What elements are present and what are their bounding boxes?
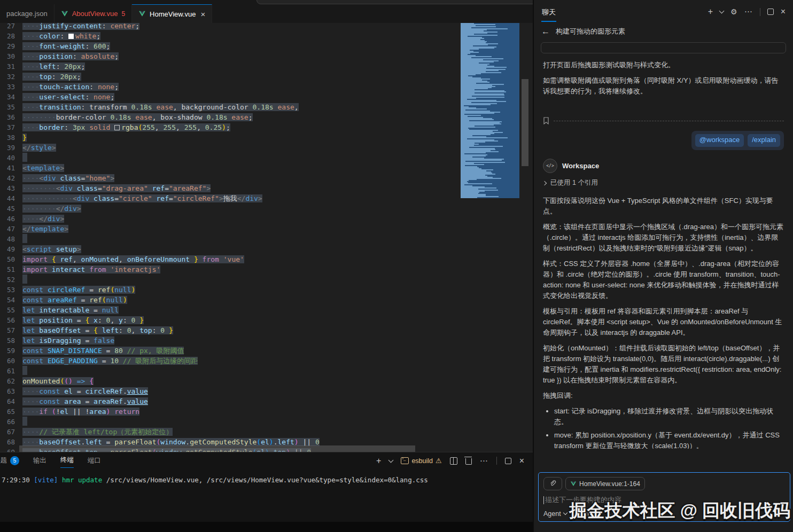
new-chat-chevron-icon[interactable]: [719, 9, 725, 14]
attached-file-chip[interactable]: HomeView.vue:1-164: [565, 477, 645, 490]
color-swatch[interactable]: [68, 34, 74, 39]
terminal-profile-chevron-icon[interactable]: [388, 457, 394, 463]
code-line[interactable]: 60const EDGE_PADDING = 10 // 吸附后与边缘的间距: [0, 356, 320, 366]
code-line[interactable]: 33····touch-action: none;: [0, 82, 320, 92]
code-line[interactable]: 50import { ref, onMounted, onBeforeUnmou…: [0, 254, 320, 264]
code-line[interactable]: 67····// 记录基准 left/top（元素初始定位）: [0, 427, 320, 437]
panel-tab-端口[interactable]: 端口: [88, 456, 101, 468]
code-line[interactable]: 48: [0, 234, 320, 244]
tab-HomeView.vue[interactable]: HomeView.vue×: [132, 4, 212, 23]
bookmark-icon[interactable]: [543, 117, 549, 124]
chat-paragraph: 初始化（onMounted）：组件挂载后读取圆初始的 left/top（base…: [543, 343, 784, 386]
code-line[interactable]: 61: [0, 366, 320, 376]
chat-command-chip[interactable]: @workspace: [695, 134, 744, 147]
code-line[interactable]: 64····const area = areaRef.value: [0, 396, 320, 406]
code-line[interactable]: 51import interact from 'interactjs': [0, 264, 320, 275]
expand-chat-icon[interactable]: [767, 9, 774, 15]
code-line[interactable]: 42····<div class="home">: [0, 173, 320, 183]
close-panel-icon[interactable]: ×: [519, 458, 524, 464]
attach-context-button[interactable]: [543, 477, 562, 490]
chat-settings-gear-icon[interactable]: ⚙: [730, 7, 737, 16]
maximize-panel-icon[interactable]: [505, 458, 511, 464]
chat-bullet: start: 记录 isDragging，移除过渡并修改背景、边框与阴影以突出拖…: [554, 406, 784, 427]
horizontal-scrollbar[interactable]: [19, 445, 415, 452]
color-swatch[interactable]: [114, 125, 120, 130]
chat-command-chip[interactable]: /explain: [748, 134, 780, 147]
panel-tab-输出[interactable]: 输出: [33, 456, 46, 468]
panel-tab-终端[interactable]: 终端: [60, 456, 74, 468]
code-line[interactable]: 38}: [0, 132, 320, 143]
terminal-output-line: 7:29:30 [vite] hmr update /src/views/Hom…: [2, 476, 428, 484]
chevron-down-icon: [563, 511, 567, 515]
code-line[interactable]: 63····const el = circleRef.value: [0, 386, 320, 396]
vue-icon: [61, 10, 68, 18]
code-line[interactable]: 55let interactable = null: [0, 305, 320, 315]
chat-paragraph: 打开页面后拖拽圆形测试吸附与样式变化。: [543, 60, 784, 71]
references-label: 已使用 1 个引用: [550, 177, 598, 188]
code-line[interactable]: 46····</div>: [0, 214, 320, 224]
code-line[interactable]: 56let position = { x: 0, y: 0 }: [0, 315, 320, 325]
panel-more-actions-icon[interactable]: ⋯: [480, 458, 488, 464]
close-chat-icon[interactable]: ×: [781, 9, 786, 15]
code-line[interactable]: 58let isDragging = false: [0, 335, 320, 346]
toolbar-divider: [496, 457, 497, 465]
tab-chat[interactable]: 聊天: [541, 2, 556, 22]
code-line[interactable]: 54const areaRef = ref(null): [0, 295, 320, 305]
code-line[interactable]: 39</style>: [0, 143, 320, 153]
code-line[interactable]: 35····transition: transform 0.18s ease, …: [0, 102, 320, 112]
tab-AboutView.vue[interactable]: AboutView.vue5: [55, 4, 132, 23]
split-terminal-icon[interactable]: [450, 457, 457, 465]
kill-terminal-icon[interactable]: [465, 458, 472, 465]
new-chat-icon[interactable]: +: [708, 9, 713, 15]
watermark-text: 掘金技术社区 @ 回收旧伐码: [569, 499, 790, 523]
bottom-panel: 问题5输出终端端口 + esbuild ⚠ ⋯ × 7:29:30 [vite]…: [0, 452, 533, 532]
references-toggle[interactable]: 已使用 1 个引用: [543, 177, 784, 188]
agent-mode-picker[interactable]: Agent: [543, 510, 567, 518]
code-line[interactable]: 32····top: 20px;: [0, 72, 320, 82]
text-cursor: [543, 496, 544, 504]
code-area[interactable]: 27····justify-content: center;28····colo…: [0, 23, 320, 452]
code-line[interactable]: 53const circleRef = ref(null): [0, 285, 320, 295]
chat-paragraph: 模板与引用：模板用 ref 将容器和圆元素引用到脚本层：areaRef 与 ci…: [543, 306, 784, 338]
terminal-profile-chip[interactable]: esbuild ⚠: [401, 457, 441, 465]
paperclip-icon: [549, 480, 556, 487]
code-line[interactable]: 45········</div>: [0, 204, 320, 214]
code-line[interactable]: 31····left: 20px;: [0, 61, 320, 72]
terminal-profile-label: esbuild: [411, 457, 433, 465]
tab-package.json[interactable]: package.json: [0, 4, 55, 23]
code-line[interactable]: 37····border: 3px solid rgba(255, 255, 2…: [0, 122, 320, 132]
code-line[interactable]: 52: [0, 275, 320, 285]
chat-more-actions-icon[interactable]: ⋯: [744, 9, 753, 14]
code-line[interactable]: 49<script setup>: [0, 244, 320, 254]
assistant-response: 下面按段落说明这份 Vue + TypeScript 风格的单文件组件（SFC）…: [543, 195, 784, 401]
panel-tab-问题[interactable]: 问题5: [0, 456, 19, 468]
tab-label: HomeView.vue: [150, 10, 196, 18]
minimap[interactable]: [461, 23, 519, 201]
editor-view: 27····justify-content: center;28····colo…: [0, 23, 533, 452]
chat-paragraph: 如需调整吸附阈值或吸附到角落（同时吸附 X/Y）或启用吸附动画缓动，请告诉我想要…: [543, 75, 784, 97]
code-line[interactable]: 66: [0, 417, 320, 427]
code-line[interactable]: 62onMounted(() => {: [0, 376, 320, 386]
code-line[interactable]: 28····color: white;: [0, 31, 320, 41]
code-line[interactable]: 59const SNAP_DISTANCE = 80 // px, 吸附阈值: [0, 346, 320, 356]
vertical-scrollbar[interactable]: [522, 79, 528, 166]
code-line[interactable]: 47</template>: [0, 224, 320, 234]
thread-title: 构建可拖动的圆形元素: [556, 27, 625, 36]
back-arrow-icon[interactable]: ←: [541, 27, 550, 36]
new-terminal-icon[interactable]: +: [376, 458, 381, 464]
code-line[interactable]: 27····justify-content: center;: [0, 23, 320, 31]
code-line[interactable]: 57let baseOffset = { left: 0, top: 0 }: [0, 325, 320, 335]
chat-header-divider: [760, 8, 760, 16]
close-tab-icon[interactable]: ×: [201, 10, 206, 19]
code-line[interactable]: 29····font-weight: 600;: [0, 41, 320, 51]
code-line[interactable]: 36········border-color 0.18s ease, box-s…: [0, 112, 320, 122]
code-line[interactable]: 30····position: absolute;: [0, 51, 320, 61]
collapsed-request-box[interactable]: [541, 42, 786, 53]
code-line[interactable]: 43········<div class="drag-area" ref="ar…: [0, 183, 320, 193]
assistant-bullets: start: 记录 isDragging，移除过渡并修改背景、边框与阴影以突出拖…: [543, 406, 784, 449]
code-line[interactable]: 41<template>: [0, 163, 320, 173]
code-line[interactable]: 44············<div class="circle" ref="c…: [0, 193, 320, 204]
code-line[interactable]: 65····if (!el || !area) return: [0, 406, 320, 417]
code-line[interactable]: 34····user-select: none;: [0, 92, 320, 102]
code-line[interactable]: 40: [0, 153, 320, 163]
